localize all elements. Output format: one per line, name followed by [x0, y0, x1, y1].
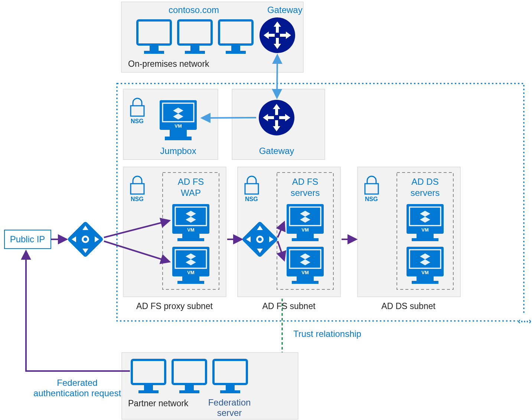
- partner-network: Partner network Federation server: [122, 352, 298, 419]
- fed-request-label1: Federated: [57, 378, 97, 388]
- public-ip: Public IP: [4, 230, 51, 249]
- azure-gateway: Gateway: [232, 89, 325, 160]
- svg-point-66: [258, 237, 262, 241]
- svg-text:servers: servers: [291, 188, 320, 198]
- svg-rect-70: [138, 390, 159, 393]
- svg-text:servers: servers: [411, 188, 440, 198]
- svg-rect-31: [182, 276, 199, 281]
- svg-text:VM: VM: [301, 270, 309, 275]
- svg-text:VM: VM: [187, 270, 195, 275]
- svg-text:WAP: WAP: [181, 188, 201, 198]
- svg-text:AD FS: AD FS: [178, 177, 204, 187]
- svg-rect-3: [144, 51, 164, 54]
- wap-subnet: NSG AD FS WAP VM VM AD FS proxy subnet: [123, 167, 226, 311]
- nsg-label: NSG: [245, 196, 258, 202]
- adfs-subnet-label: AD FS subnet: [262, 301, 316, 311]
- svg-rect-40: [292, 238, 319, 241]
- svg-rect-39: [297, 234, 314, 238]
- svg-rect-72: [185, 385, 194, 390]
- nsg-label: NSG: [131, 118, 144, 124]
- svg-text:Public IP: Public IP: [10, 234, 45, 244]
- trust-label: Trust relationship: [293, 329, 361, 339]
- svg-text:AD FS: AD FS: [292, 177, 319, 187]
- gateway-icon: [260, 17, 295, 53]
- svg-rect-53: [412, 238, 438, 241]
- wap-subnet-label: AD FS proxy subnet: [136, 301, 213, 311]
- azure-gateway-label: Gateway: [259, 146, 294, 156]
- svg-rect-17: [165, 137, 192, 140]
- svg-rect-45: [292, 281, 319, 284]
- nsg-label: NSG: [365, 196, 378, 202]
- arrow-onprem-azure: [277, 56, 277, 97]
- nsg-label: NSG: [131, 196, 144, 202]
- jumpbox-label: Jumpbox: [160, 146, 196, 156]
- svg-rect-8: [231, 46, 240, 51]
- partner-label: Partner network: [128, 398, 189, 408]
- svg-rect-2: [150, 46, 159, 51]
- onprem-label: On-premises network: [128, 59, 209, 69]
- svg-rect-44: [297, 276, 314, 281]
- onprem-network: contoso.com Gateway On-premises network: [121, 2, 303, 72]
- adds-subnet: NSG AD DS servers VM VM AD DS subnet: [358, 167, 460, 311]
- svg-rect-27: [177, 238, 204, 241]
- federation-server-label: Federation: [208, 397, 251, 407]
- svg-rect-76: [220, 390, 240, 393]
- expand-icon: ‹⋯›: [518, 315, 532, 327]
- svg-rect-5: [190, 46, 199, 51]
- svg-text:VM: VM: [421, 227, 429, 233]
- svg-rect-52: [417, 234, 434, 238]
- svg-text:VM: VM: [421, 270, 429, 275]
- svg-text:‹⋯›: ‹⋯›: [518, 316, 532, 326]
- svg-rect-75: [226, 385, 235, 390]
- svg-rect-73: [179, 390, 199, 393]
- svg-text:server: server: [217, 408, 242, 418]
- svg-rect-57: [417, 276, 434, 281]
- svg-text:AD DS: AD DS: [411, 177, 438, 187]
- svg-rect-26: [182, 234, 199, 238]
- load-balancer-icon: [67, 221, 104, 258]
- svg-rect-58: [412, 281, 438, 284]
- fed-request-label2: authentication request: [33, 388, 121, 398]
- svg-text:VM: VM: [187, 227, 195, 233]
- svg-text:VM: VM: [174, 123, 182, 129]
- adds-subnet-label: AD DS subnet: [381, 301, 435, 311]
- jumpbox-subnet: NSG VM Jumpbox: [123, 89, 218, 160]
- architecture-diagram: contoso.com Gateway On-premises network …: [0, 0, 532, 420]
- arrow-federated-request: [26, 252, 130, 371]
- svg-rect-69: [144, 385, 153, 390]
- svg-rect-32: [177, 281, 204, 284]
- svg-rect-6: [185, 51, 205, 54]
- onprem-domain: contoso.com: [169, 5, 219, 15]
- onprem-gateway-label: Gateway: [267, 5, 303, 15]
- svg-text:VM: VM: [301, 227, 309, 233]
- svg-point-63: [84, 237, 87, 241]
- arrow-gateway-jumpbox: [202, 118, 256, 118]
- svg-rect-16: [170, 130, 187, 137]
- svg-rect-9: [226, 51, 246, 54]
